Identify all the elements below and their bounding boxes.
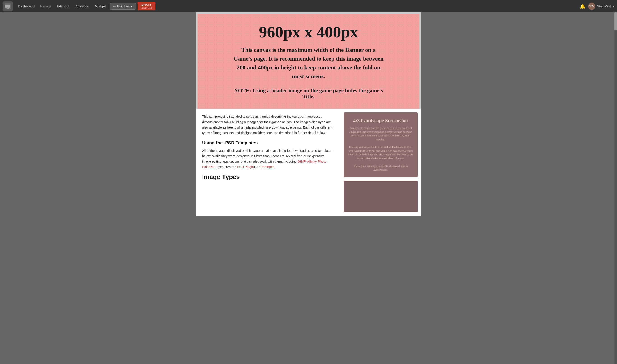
navbar: Dashboard Manage: Edit tool Analytics Wi… — [0, 0, 617, 13]
page-content: 960px x 400px This canvas is the maximum… — [0, 13, 617, 216]
psd-paren-close: ), or — [254, 165, 260, 169]
manage-label: Manage: — [38, 4, 53, 8]
avatar: SW — [588, 3, 595, 10]
logo-icon — [4, 3, 11, 10]
secret-url-label: Secret URL — [141, 7, 153, 10]
screenshot-card: 4:3 Landscape Screenshot Screenshots dis… — [344, 112, 418, 177]
chevron-down-icon: ▾ — [613, 4, 614, 8]
edit-tool-link[interactable]: Edit tool — [54, 4, 72, 8]
notification-bell-icon[interactable]: 🔔 — [577, 4, 588, 9]
pencil-icon: ✏ — [113, 4, 116, 8]
scroll-thumb[interactable] — [614, 13, 617, 30]
comma2: , — [326, 160, 327, 163]
draft-button[interactable]: DRAFT Secret URL — [138, 2, 156, 11]
psd-plugin-link[interactable]: PSD Plugin — [237, 165, 254, 169]
widget-link[interactable]: Widget — [92, 4, 109, 8]
screenshot-card-text-2: Keeping your aspect ratio as a shallow l… — [347, 145, 414, 160]
dashboard-link[interactable]: Dashboard — [15, 4, 38, 8]
banner-title: 960px x 400px — [259, 23, 358, 41]
user-menu[interactable]: SW Star West ▾ — [588, 3, 614, 10]
draft-label: DRAFT — [142, 3, 152, 7]
banner-description: This canvas is the maximum width of the … — [232, 46, 385, 81]
using-psd-text: All of the images displayed on this page… — [202, 148, 334, 170]
logo[interactable] — [3, 1, 13, 11]
scrollbar[interactable] — [614, 13, 617, 364]
paintnet-link[interactable]: Paint.NET — [202, 165, 217, 169]
body-right: 4:3 Landscape Screenshot Screenshots dis… — [340, 109, 421, 216]
gimp-link[interactable]: GIMP — [297, 160, 305, 163]
body-area: This itch project is intended to serve a… — [196, 109, 421, 216]
photopea-link[interactable]: Photopea — [260, 165, 274, 169]
edit-theme-button[interactable]: ✏ Edit theme — [110, 3, 136, 10]
screenshot-card-2 — [344, 181, 418, 212]
banner-note: NOTE: Using a header image on the game p… — [230, 88, 387, 100]
screenshot-card-text-1: Screenshots display on the game page at … — [347, 126, 414, 141]
user-name: Star West — [597, 4, 611, 8]
psd-paren-open: (requires the — [217, 165, 237, 169]
edit-theme-label: Edit theme — [117, 4, 132, 8]
using-psd-heading: Using the .PSD Templates — [202, 140, 334, 145]
affinity-photo-link[interactable]: Affinity Photo — [307, 160, 326, 163]
analytics-link[interactable]: Analytics — [72, 4, 92, 8]
period: . — [274, 165, 275, 169]
body-left: This itch project is intended to serve a… — [196, 109, 340, 216]
image-types-heading: Image Types — [202, 173, 334, 181]
banner-area: 960px x 400px This canvas is the maximum… — [196, 13, 421, 109]
comma1: , — [305, 160, 307, 163]
intro-text: This itch project is intended to serve a… — [202, 114, 334, 136]
screenshot-card-text-3: The original uploaded image file display… — [347, 164, 414, 172]
content-wrapper: 960px x 400px This canvas is the maximum… — [196, 13, 421, 216]
svg-rect-3 — [7, 8, 9, 9]
screenshot-card-title: 4:3 Landscape Screenshot — [353, 118, 408, 124]
